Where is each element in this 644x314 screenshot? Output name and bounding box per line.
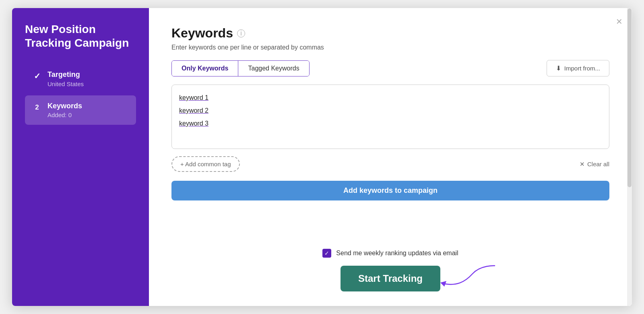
step-targeting-sub: United States — [47, 81, 84, 87]
keyword-line-1: keyword 1 — [179, 91, 602, 104]
clear-all-x-icon: ✕ — [580, 161, 585, 168]
add-common-tag-button[interactable]: + Add common tag — [171, 156, 240, 172]
step-number-icon: 2 — [32, 103, 42, 112]
arrow-annotation — [432, 262, 497, 295]
add-keywords-button[interactable]: Add keywords to campaign — [171, 181, 609, 200]
section-title-text: Keywords — [171, 26, 233, 41]
main-content: × Keywords i Enter keywords one per line… — [149, 8, 632, 306]
tabs-group: Only Keywords Tagged Keywords — [171, 60, 310, 76]
close-button[interactable]: × — [616, 16, 622, 27]
checkbox-label: Send me weekly ranking updates via email — [336, 250, 458, 257]
bottom-section: ✓ Send me weekly ranking updates via ema… — [171, 242, 609, 291]
keyword-line-3: keyword 3 — [179, 117, 602, 130]
sidebar-item-keywords[interactable]: 2 Keywords Added: 0 — [25, 95, 136, 125]
sidebar-item-targeting[interactable]: ✓ Targeting United States — [25, 64, 136, 94]
step-keywords-label: Keywords — [47, 102, 82, 111]
section-title-row: Keywords i — [171, 26, 609, 41]
tab-only-keywords[interactable]: Only Keywords — [172, 61, 238, 76]
scrollbar-track[interactable] — [627, 8, 632, 306]
import-button[interactable]: ⬇ Import from... — [547, 60, 609, 76]
keyword-line-2: keyword 2 — [179, 104, 602, 117]
keywords-input-area[interactable]: keyword 1 keyword 2 keyword 3 — [171, 85, 609, 149]
import-btn-label: Import from... — [564, 65, 600, 72]
import-icon: ⬇ — [556, 64, 561, 72]
tab-tagged-keywords[interactable]: Tagged Keywords — [238, 61, 309, 76]
step-targeting-label: Targeting — [47, 70, 84, 79]
modal-container: New Position Tracking Campaign ✓ Targeti… — [12, 8, 632, 306]
start-tracking-area: Start Tracking — [341, 266, 440, 291]
clear-all-label: Clear all — [587, 161, 609, 167]
subtitle-text: Enter keywords one per line or separated… — [171, 44, 609, 51]
info-icon[interactable]: i — [237, 29, 245, 37]
arrow-svg — [432, 262, 497, 294]
sidebar-title: New Position Tracking Campaign — [25, 23, 136, 50]
sidebar: New Position Tracking Campaign ✓ Targeti… — [12, 8, 149, 306]
tabs-row: Only Keywords Tagged Keywords ⬇ Import f… — [171, 60, 609, 76]
checkmark-icon: ✓ — [32, 71, 42, 81]
start-tracking-button[interactable]: Start Tracking — [341, 266, 440, 291]
checkbox-row: ✓ Send me weekly ranking updates via ema… — [322, 249, 458, 258]
clear-all-button[interactable]: ✕ Clear all — [580, 161, 609, 168]
weekly-updates-checkbox[interactable]: ✓ — [322, 249, 331, 258]
scrollbar-thumb[interactable] — [627, 8, 632, 187]
actions-row: + Add common tag ✕ Clear all — [171, 156, 609, 172]
step-keywords-sub: Added: 0 — [47, 112, 82, 118]
